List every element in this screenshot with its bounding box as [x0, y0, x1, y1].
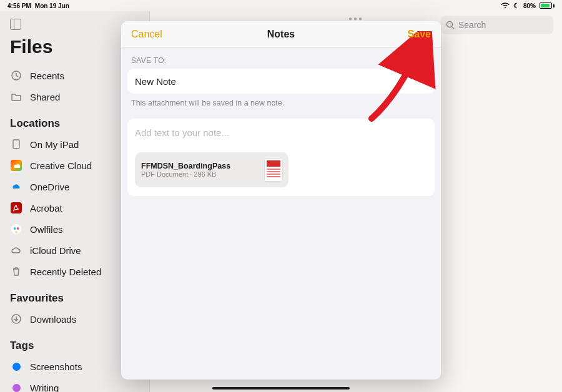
clock-icon: [10, 69, 22, 82]
share-to-notes-modal: Cancel Notes Save SAVE TO: New Note › Th…: [121, 21, 441, 380]
sidebar-item-label: iCloud Drive: [30, 245, 81, 256]
modal-header: Cancel Notes Save: [121, 21, 441, 47]
sidebar-item-label: Writing: [30, 383, 59, 393]
svg-point-8: [447, 22, 453, 27]
wifi-icon: [501, 2, 510, 9]
sidebar-item-label: Screenshots: [30, 361, 82, 372]
modal-title: Notes: [121, 29, 441, 40]
toggle-sidebar-icon[interactable]: [10, 19, 21, 30]
do-not-disturb-icon: ☾: [513, 2, 520, 10]
sidebar-item-label: Acrobat: [30, 203, 62, 213]
acrobat-icon: [10, 202, 22, 214]
svg-rect-3: [11, 202, 22, 213]
search-icon: [446, 21, 455, 29]
sidebar-item-label: Owlfiles: [30, 224, 63, 235]
attachment-filename: FFMDSN_BoardingPass: [141, 162, 259, 170]
search-field[interactable]: Search: [441, 16, 553, 34]
icloud-icon: [10, 244, 22, 257]
search-placeholder: Search: [458, 20, 486, 30]
status-date: Mon 19 Jun: [35, 2, 69, 9]
trash-icon: [10, 265, 22, 278]
attachment-chip[interactable]: FFMDSN_BoardingPass PDF Document · 296 K…: [135, 152, 288, 187]
note-compose-card: FFMDSN_BoardingPass PDF Document · 296 K…: [127, 119, 435, 196]
chevron-right-icon: ›: [423, 75, 427, 88]
svg-point-5: [14, 227, 16, 230]
note-text-input[interactable]: [135, 127, 427, 141]
save-to-label: SAVE TO:: [127, 56, 435, 69]
tag-dot-icon: [12, 363, 21, 371]
attachment-subtitle: PDF Document · 296 KB: [141, 170, 259, 178]
save-to-row[interactable]: New Note ›: [127, 69, 435, 94]
download-icon: [10, 313, 22, 325]
sidebar-item-label: OneDrive: [30, 182, 69, 192]
sidebar-item-label: Recently Deleted: [30, 267, 101, 277]
svg-rect-1: [13, 140, 19, 149]
battery-pct: 80%: [523, 2, 536, 9]
ipad-icon: [10, 138, 22, 150]
creative-cloud-icon: [10, 159, 22, 172]
save-hint: This attachment will be saved in a new n…: [127, 94, 435, 107]
sidebar-item-label: Shared: [30, 92, 60, 102]
svg-point-6: [17, 227, 19, 230]
save-to-value: New Note: [135, 76, 176, 87]
owlfiles-icon: [10, 223, 22, 235]
attachment-thumbnail: [265, 159, 282, 181]
sidebar-item-label: Downloads: [30, 314, 76, 325]
status-time: 4:56 PM: [7, 2, 31, 9]
save-button[interactable]: Save: [408, 29, 431, 40]
folder-person-icon: [10, 91, 22, 103]
sidebar-item-label: On My iPad: [30, 139, 79, 150]
sidebar-item-label: Recents: [30, 71, 64, 81]
tag-dot-icon: [12, 384, 21, 392]
status-bar: 4:56 PM Mon 19 Jun ☾ 80%: [0, 0, 562, 11]
battery-icon: [540, 2, 555, 9]
sidebar-item-label: Creative Cloud: [30, 160, 92, 171]
cancel-button[interactable]: Cancel: [131, 29, 162, 40]
home-indicator[interactable]: [212, 387, 350, 390]
onedrive-icon: [10, 180, 22, 193]
